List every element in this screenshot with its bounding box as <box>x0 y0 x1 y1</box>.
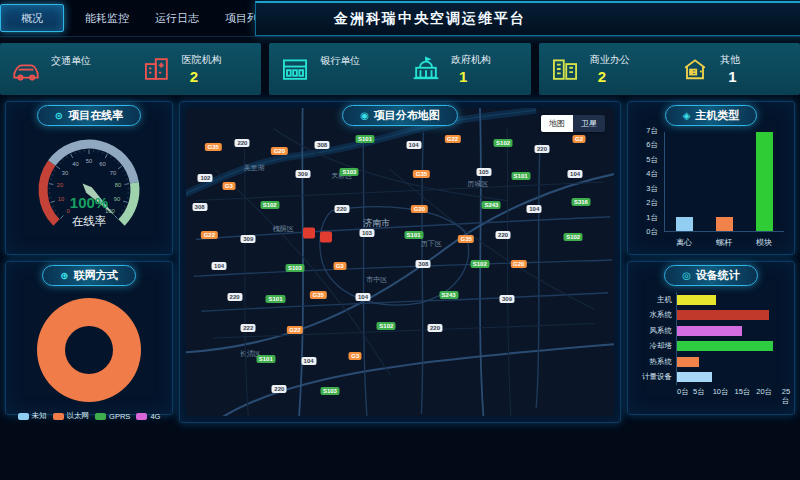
map-marker[interactable]: S101 <box>256 355 275 363</box>
legend-swatch <box>136 413 147 420</box>
map-marker[interactable]: 105 <box>476 168 491 176</box>
panel-title: 项目分布地图 <box>374 108 440 123</box>
svg-text:20: 20 <box>57 182 63 188</box>
map-marker[interactable]: G2 <box>572 135 585 143</box>
hospital-icon <box>141 53 173 85</box>
map-marker[interactable]: S102 <box>470 260 489 268</box>
legend-swatch <box>95 413 106 420</box>
svg-text:80: 80 <box>115 182 121 188</box>
map-marker[interactable]: G20 <box>411 205 427 213</box>
map-marker[interactable]: 308 <box>315 141 330 149</box>
map-marker[interactable]: G3 <box>349 352 362 360</box>
map-marker[interactable]: G35 <box>310 291 326 299</box>
map-marker[interactable]: 103 <box>359 229 374 237</box>
nav-tab-0[interactable]: 概况 <box>0 4 64 32</box>
map-marker[interactable]: 102 <box>198 174 213 182</box>
map-marker[interactable]: G22 <box>201 231 217 239</box>
device-row: 计量设备 <box>634 370 786 386</box>
stat-label: 其他 <box>720 53 740 67</box>
map-marker[interactable]: S103 <box>320 387 339 395</box>
map-marker[interactable]: 308 <box>192 203 207 211</box>
map-marker[interactable]: 308 <box>416 260 431 268</box>
svg-text:100%: 100% <box>70 194 108 211</box>
y-axis-label: 4台 <box>636 169 658 179</box>
legend-item[interactable]: 4G <box>136 411 160 421</box>
map-marker[interactable]: G22 <box>444 135 460 143</box>
map-marker[interactable]: G35 <box>458 235 474 243</box>
nav-tab-2[interactable]: 运行日志 <box>142 0 212 36</box>
map-marker[interactable]: S102 <box>564 233 583 241</box>
house-icon <box>679 53 711 85</box>
map-marker[interactable]: G35 <box>413 170 429 178</box>
stat-item[interactable]: 交通单位 <box>0 43 131 95</box>
map-toggle-satellite[interactable]: 卫星 <box>573 115 605 132</box>
panel-device-stats-header: ◎ 设备统计 <box>664 265 758 286</box>
svg-text:50: 50 <box>86 158 92 164</box>
map-marker[interactable]: 104 <box>212 262 227 270</box>
map-marker[interactable]: S102 <box>260 201 279 209</box>
map-marker[interactable]: 104 <box>301 357 316 365</box>
map-marker[interactable]: 104 <box>406 141 421 149</box>
map-marker[interactable]: S101 <box>404 231 423 239</box>
map-marker[interactable]: G20 <box>271 147 287 155</box>
map-marker[interactable]: 104 <box>568 170 583 178</box>
map-marker[interactable]: S101 <box>355 135 374 143</box>
map-marker[interactable]: S101 <box>266 295 285 303</box>
map-marker[interactable]: G20 <box>511 260 527 268</box>
map-marker[interactable]: 220 <box>496 231 511 239</box>
bar-冷却塔 <box>677 341 773 351</box>
map-marker[interactable]: S102 <box>377 322 396 330</box>
map-marker[interactable]: S101 <box>511 172 530 180</box>
stat-item[interactable]: 医院机构2 <box>131 43 262 95</box>
map-pin-red[interactable] <box>303 228 315 239</box>
map-marker[interactable]: S103 <box>340 168 359 176</box>
project-map[interactable]: 美里湖天桥区历城区槐荫区济南市历下区市中区长清区 G35220G20308S10… <box>186 108 614 416</box>
page-title: 金洲科瑞中央空调运维平台 <box>255 1 800 36</box>
nav-tab-1[interactable]: 能耗监控 <box>72 0 142 36</box>
map-marker[interactable]: S102 <box>494 139 513 147</box>
map-marker[interactable]: 220 <box>235 139 250 147</box>
map-marker[interactable]: 104 <box>527 205 542 213</box>
stats-card: 商业办公2其他1 <box>539 43 800 95</box>
legend-item[interactable]: GPRS <box>95 411 130 421</box>
network-legend: 未知以太网GPRS4G <box>6 411 172 421</box>
legend-label: 以太网 <box>67 411 90 421</box>
device-stats-bar-chart: 主机水系统风系统冷却塔热系统计量设备0台5台10台15台20台25台 <box>634 292 786 408</box>
device-label: 风系统 <box>634 326 676 336</box>
map-marker[interactable]: 309 <box>241 235 256 243</box>
stat-value: 2 <box>590 68 630 85</box>
stat-item[interactable]: 银行单位 <box>269 43 400 95</box>
map-marker[interactable]: 309 <box>295 170 310 178</box>
map-marker[interactable]: 220 <box>272 385 287 393</box>
map-marker[interactable]: S243 <box>482 201 501 209</box>
stat-item[interactable]: 其他1 <box>669 43 800 95</box>
map-pin-red[interactable] <box>320 232 332 243</box>
stat-item[interactable]: 政府机构1 <box>400 43 531 95</box>
device-label: 冷却塔 <box>634 341 676 351</box>
legend-item[interactable]: 未知 <box>18 411 47 421</box>
link-icon: ⊙ <box>55 111 63 121</box>
map-marker[interactable]: S103 <box>285 264 304 272</box>
device-label: 热系统 <box>634 357 676 367</box>
x-axis-label: 模块 <box>756 237 772 248</box>
map-marker[interactable]: S316 <box>571 198 590 206</box>
legend-item[interactable]: 以太网 <box>53 411 90 421</box>
map-marker[interactable]: G35 <box>205 143 221 151</box>
map-marker[interactable]: 220 <box>535 145 550 153</box>
map-marker[interactable]: 220 <box>428 324 443 332</box>
map-marker[interactable]: 309 <box>499 295 514 303</box>
stat-item[interactable]: 商业办公2 <box>539 43 670 95</box>
stat-label: 商业办公 <box>590 53 630 67</box>
stat-text: 其他1 <box>720 53 740 85</box>
map-marker[interactable]: 220 <box>227 293 242 301</box>
host-type-bar-chart: 0台1台2台3台4台5台6台7台离心螺杆模块 <box>636 130 788 248</box>
map-marker[interactable]: G3 <box>333 262 346 270</box>
map-marker[interactable]: S243 <box>439 291 458 299</box>
panel-network-type: ⊕ 联网方式 未知以太网GPRS4G <box>5 261 173 415</box>
map-marker[interactable]: G22 <box>287 326 303 334</box>
map-marker[interactable]: G3 <box>222 182 235 190</box>
map-marker[interactable]: 104 <box>356 293 371 301</box>
map-marker[interactable]: 220 <box>334 205 349 213</box>
map-toggle-map[interactable]: 地图 <box>541 115 573 132</box>
map-marker[interactable]: 222 <box>241 324 256 332</box>
